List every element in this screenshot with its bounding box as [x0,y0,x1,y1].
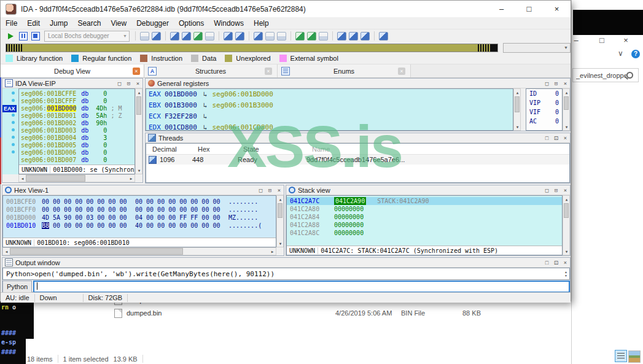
vertical-scrollbar[interactable]: ▲ ▼ [563,88,570,131]
menu-debugger[interactable]: Debugger [131,19,174,28]
jump-to-ip-icon[interactable] [152,32,161,41]
column-header[interactable]: State [243,145,312,153]
maximize-panel-icon[interactable]: □ [115,80,124,87]
hex-row[interactable]: 001BCFE000 00 00 00 00 00 00 0000 00 00 … [3,198,276,206]
close-icon[interactable]: × [398,68,405,75]
column-header[interactable]: Hex [198,145,243,153]
explorer-help-icon[interactable]: ? [631,50,640,58]
run-until-return-icon[interactable] [193,32,203,41]
step-over-icon[interactable] [182,32,191,41]
search-icon[interactable] [626,72,633,79]
take-snapshot-icon[interactable] [337,32,346,41]
close-panel-icon[interactable]: × [561,260,570,266]
flag-row[interactable]: VIF0 [526,107,562,117]
menu-windows[interactable]: Windows [209,19,249,28]
menu-view[interactable]: View [106,19,131,28]
python-interpreter-button[interactable]: Python [2,281,32,293]
float-panel-icon[interactable]: ⊡ [551,187,561,193]
command-input[interactable] [33,281,570,293]
open-debug-windows-icon[interactable] [224,32,233,41]
ribbon-collapse-chevron-icon[interactable]: ∨ [618,49,623,58]
navband-zoom-select[interactable]: ▼ [503,43,571,53]
close-panel-icon[interactable]: × [275,187,284,193]
tab-debug-view[interactable]: Debug View × [1,64,144,77]
enable-tracing-icon[interactable] [307,32,316,41]
horizontal-scrollbar[interactable]: ◀ ▶ [18,174,135,182]
register-row[interactable]: EDX001CD800↳seg006:001CD800 [146,122,513,131]
close-panel-icon[interactable]: × [133,80,142,87]
stack-row[interactable]: 041C2A8C00000000 [287,229,562,237]
menu-jump[interactable]: Jump [45,19,72,28]
stop-process-icon[interactable] [31,32,40,41]
minimize-button[interactable]: – [488,1,515,17]
column-header[interactable]: Name [312,145,569,153]
maximize-panel-icon[interactable]: □ [542,260,551,266]
listing-line-current[interactable]: seg006:001BD000db4Dh; M [19,105,134,112]
panel-header[interactable]: Hex View-1 □ ⊡ × [2,185,284,195]
open-source-view-icon[interactable] [140,32,149,41]
panel-header[interactable]: Threads □ ⊡ × [146,133,570,143]
continue-process-icon[interactable] [8,33,14,39]
listing-line[interactable]: seg006:001BD002db90h [19,120,134,127]
close-panel-icon[interactable]: × [561,80,570,87]
vertical-scrollbar[interactable]: ▲ ▼ [276,195,284,247]
step-into-icon[interactable] [170,32,179,41]
float-panel-icon[interactable]: ⊡ [551,80,561,87]
panel-header[interactable]: Output window □ ⊡ × [2,258,570,268]
close-panel-icon[interactable]: × [561,135,570,141]
explorer-close-button[interactable]: × [620,36,632,45]
details-view-toggle[interactable] [615,350,627,362]
file-row[interactable]: dumped.bin 4/26/2019 5:06 AM BIN File 88… [114,308,544,318]
maximize-panel-icon[interactable]: □ [542,187,551,193]
float-panel-icon[interactable]: ⊡ [124,80,133,87]
vertical-scrollbar[interactable]: ▲ ▼ [563,195,570,255]
stack-row[interactable]: 041C2A8000000000 [287,205,562,213]
float-panel-icon[interactable]: ⊡ [265,187,275,193]
panel-header[interactable]: Stack view □ ⊡ × [286,185,570,195]
listing-line[interactable]: seg006:001BD006db0 [19,149,134,157]
breakpoint-list-icon[interactable] [254,32,263,41]
log-scroll-arrows[interactable]: ▲▼ [563,270,569,277]
output-log[interactable]: Python>open('dumped.bin', 'wb').write(Ge… [2,268,570,280]
register-row[interactable]: EAX001BD000↳seg006:001BD000 [146,89,513,100]
flag-row[interactable]: AC0 [526,117,562,126]
add-breakpoint-icon[interactable] [265,32,275,41]
column-header[interactable]: Decimal [146,145,198,153]
listing-line[interactable]: seg006:001BD007db0 [19,157,134,164]
panel-header[interactable]: General registers □ ⊡ × [146,79,570,88]
tab-enums[interactable]: Enums × [278,64,411,77]
window-list-icon[interactable] [235,32,244,41]
run-to-cursor-icon[interactable] [205,32,214,41]
close-icon[interactable]: × [265,68,272,75]
stack-row[interactable]: 041C2A8400000000 [287,213,562,221]
close-icon[interactable]: × [133,68,140,75]
disable-tracing-icon[interactable] [319,32,328,41]
vertical-scrollbar[interactable]: ▲ ▼ [513,88,521,131]
menu-edit[interactable]: Edit [22,19,45,28]
hex-row[interactable]: 001BCFF000 00 00 00 00 00 00 0000 00 00 … [3,206,276,214]
listing-line[interactable]: seg006:001BCFFEdb0 [19,90,134,98]
flag-row[interactable]: VIP0 [526,98,562,107]
hex-row-current[interactable]: 001BD010B8 00 00 00 00 00 00 0040 00 00 … [3,222,276,230]
listing-line[interactable]: seg006:001BD005db0 [19,142,134,149]
thumbnail-view-toggle[interactable] [628,350,641,363]
close-panel-icon[interactable]: × [561,187,570,193]
menu-file[interactable]: File [1,19,22,28]
maximize-panel-icon[interactable]: □ [542,80,551,87]
sync-icon[interactable] [360,32,370,41]
hex-row[interactable]: 001BD0004D 5A 90 00 03 00 00 0004 00 00 … [3,214,276,222]
vertical-scrollbar[interactable]: ▲ ▼ [135,88,142,174]
pause-process-icon[interactable] [19,32,28,41]
debugger-select[interactable]: Local Bochs debugger ▼ [44,31,130,42]
register-row[interactable]: ECXF32EF280↳ [146,111,513,122]
flag-row[interactable]: ID0 [526,89,562,98]
tracing-window-icon[interactable] [295,32,305,41]
menu-options[interactable]: Options [174,19,209,28]
menu-help[interactable]: Help [249,19,274,28]
step-filter-icon[interactable] [349,32,358,41]
tab-structures[interactable]: A Structures × [144,64,278,77]
close-button[interactable]: × [543,1,571,17]
explorer-search-input[interactable] [573,72,626,79]
horizontal-scrollbar[interactable]: ◀ ▶ [2,247,276,255]
explorer-maximize-button[interactable]: □ [596,36,608,45]
